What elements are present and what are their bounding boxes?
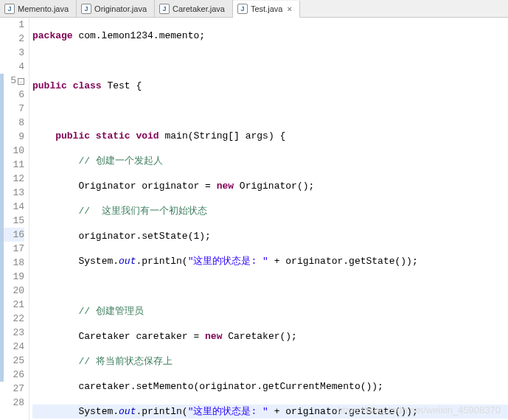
close-icon[interactable]: × [287,4,291,13]
tab-memento[interactable]: J Memento.java [0,0,77,17]
change-marker [0,74,4,382]
tab-test[interactable]: J Test.java × [233,1,300,18]
java-file-icon: J [159,4,170,14]
tab-label: Caretaker.java [173,4,225,13]
line-gutter: 1 2 3 4 5- 6 7 8 9 10 11 12 13 14 15 16 … [0,18,29,420]
tab-caretaker[interactable]: J Caretaker.java [155,0,233,17]
tab-label: Memento.java [18,4,69,13]
java-file-icon: J [4,4,15,14]
editor-tabs: J Memento.java J Originator.java J Caret… [0,0,508,18]
java-file-icon: J [81,4,91,14]
fold-icon[interactable]: - [18,78,24,85]
java-file-icon: J [237,4,248,14]
tab-originator[interactable]: J Originator.java [77,0,155,17]
tab-label: Originator.java [94,4,147,13]
tab-label: Test.java [251,4,282,13]
code-editor: 1 2 3 4 5- 6 7 8 9 10 11 12 13 14 15 16 … [0,18,508,420]
code-area[interactable]: package com.lemon1234.memento; public cl… [29,18,508,420]
